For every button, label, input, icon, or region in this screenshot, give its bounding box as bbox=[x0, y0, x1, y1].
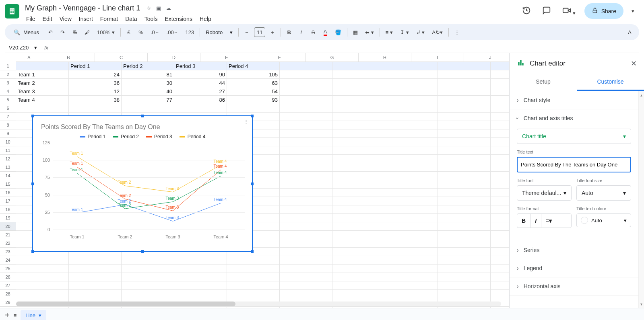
cell[interactable] bbox=[332, 239, 385, 248]
cell[interactable] bbox=[16, 265, 69, 273]
cell[interactable] bbox=[280, 146, 332, 155]
cell[interactable]: 38 bbox=[69, 96, 122, 104]
col-b[interactable]: B bbox=[42, 53, 95, 62]
cell[interactable] bbox=[332, 256, 385, 265]
section-chart-style[interactable]: ›Chart style bbox=[510, 91, 638, 109]
col-j[interactable]: J bbox=[464, 53, 509, 62]
row-header[interactable]: 13 bbox=[0, 163, 16, 172]
cell[interactable]: Team 1 bbox=[16, 70, 69, 79]
cell[interactable] bbox=[332, 273, 385, 281]
cell[interactable] bbox=[332, 155, 385, 163]
cell[interactable]: 63 bbox=[227, 79, 280, 87]
row-header[interactable]: 16 bbox=[0, 189, 16, 197]
menu-view[interactable]: View bbox=[57, 14, 74, 24]
cell[interactable] bbox=[332, 113, 385, 121]
cell[interactable] bbox=[122, 290, 174, 298]
cell[interactable] bbox=[280, 248, 332, 256]
col-i[interactable]: I bbox=[411, 53, 464, 62]
cell[interactable] bbox=[385, 62, 438, 70]
cell[interactable] bbox=[385, 307, 438, 308]
cell[interactable] bbox=[280, 214, 332, 222]
cell[interactable] bbox=[332, 307, 385, 308]
cell[interactable] bbox=[332, 96, 385, 104]
undo-button[interactable]: ↶ bbox=[45, 27, 56, 38]
cell[interactable] bbox=[69, 273, 122, 281]
column-headers[interactable]: A B C D E F G H I J K bbox=[16, 53, 509, 62]
cell[interactable] bbox=[491, 70, 509, 79]
row-header[interactable]: 23 bbox=[0, 248, 16, 256]
cell[interactable] bbox=[385, 70, 438, 79]
cell[interactable] bbox=[122, 104, 174, 113]
cell[interactable]: 27 bbox=[174, 87, 227, 96]
cell[interactable] bbox=[385, 281, 438, 290]
section-horizontal-axis[interactable]: ›Horizontal axis bbox=[510, 277, 638, 295]
row-header[interactable]: 3 bbox=[0, 79, 16, 87]
cell[interactable] bbox=[491, 256, 509, 265]
cell[interactable] bbox=[69, 265, 122, 273]
cell[interactable] bbox=[280, 163, 332, 172]
cell[interactable] bbox=[280, 281, 332, 290]
row-header[interactable]: 18 bbox=[0, 205, 16, 214]
col-e[interactable]: E bbox=[200, 53, 253, 62]
share-button[interactable]: Share bbox=[584, 3, 623, 19]
cell[interactable]: 30 bbox=[122, 79, 174, 87]
cell[interactable] bbox=[332, 231, 385, 239]
cell[interactable]: 90 bbox=[174, 70, 227, 79]
cell[interactable] bbox=[332, 197, 385, 205]
cell[interactable] bbox=[16, 273, 69, 281]
cell[interactable] bbox=[491, 214, 509, 222]
horizontal-scrollbar[interactable] bbox=[16, 302, 501, 306]
redo-button[interactable]: ↷ bbox=[57, 27, 68, 38]
cell[interactable] bbox=[491, 129, 509, 138]
row-header[interactable]: 14 bbox=[0, 172, 16, 180]
cell[interactable] bbox=[385, 121, 438, 129]
col-c[interactable]: C bbox=[95, 53, 148, 62]
row-header[interactable]: 27 bbox=[0, 281, 16, 290]
row-header[interactable]: 25 bbox=[0, 265, 16, 273]
cell[interactable] bbox=[491, 79, 509, 87]
row-header[interactable]: 21 bbox=[0, 231, 16, 239]
cell[interactable] bbox=[491, 104, 509, 113]
title-align-button[interactable]: ≡▾ bbox=[541, 214, 556, 228]
cell[interactable] bbox=[438, 273, 491, 281]
close-icon[interactable]: ✕ bbox=[631, 59, 637, 68]
row-header[interactable]: 1 bbox=[0, 62, 16, 70]
cell[interactable] bbox=[385, 239, 438, 248]
cell[interactable] bbox=[438, 138, 491, 146]
chart-menu-icon[interactable]: ⋮ bbox=[244, 119, 249, 125]
cell[interactable] bbox=[16, 307, 69, 308]
cell[interactable] bbox=[438, 214, 491, 222]
menu-format[interactable]: Format bbox=[97, 14, 121, 24]
cell[interactable] bbox=[227, 265, 280, 273]
cell[interactable] bbox=[438, 172, 491, 180]
cell[interactable] bbox=[280, 197, 332, 205]
cell[interactable] bbox=[491, 265, 509, 273]
section-chart-axis-titles[interactable]: ›Chart and axis titles bbox=[510, 109, 638, 127]
cell[interactable] bbox=[385, 197, 438, 205]
menu-file[interactable]: File bbox=[23, 14, 38, 24]
cell[interactable] bbox=[491, 146, 509, 155]
cell[interactable] bbox=[69, 104, 122, 113]
title-type-select[interactable]: Chart title▾ bbox=[517, 129, 631, 144]
cell[interactable] bbox=[122, 273, 174, 281]
cell[interactable] bbox=[438, 87, 491, 96]
cell[interactable] bbox=[122, 281, 174, 290]
tab-customise[interactable]: Customise bbox=[577, 74, 644, 91]
spreadsheet-grid[interactable]: A B C D E F G H I J K 1Period 1Period 2P… bbox=[0, 53, 509, 308]
cell[interactable]: Team 2 bbox=[16, 79, 69, 87]
row-header[interactable]: 11 bbox=[0, 146, 16, 155]
cell[interactable] bbox=[491, 205, 509, 214]
cell[interactable]: 24 bbox=[69, 70, 122, 79]
decrease-font-button[interactable]: − bbox=[241, 27, 252, 38]
rotate-button[interactable]: A↻▾ bbox=[429, 27, 446, 38]
print-button[interactable]: 🖶 bbox=[69, 27, 80, 38]
cell[interactable] bbox=[174, 273, 227, 281]
strikethrough-button[interactable]: S bbox=[308, 27, 319, 38]
cell[interactable] bbox=[491, 290, 509, 298]
collapse-toolbar-icon[interactable]: ᐱ bbox=[624, 27, 635, 38]
cell[interactable] bbox=[385, 138, 438, 146]
cell[interactable] bbox=[385, 146, 438, 155]
section-legend[interactable]: ›Legend bbox=[510, 259, 638, 277]
valign-button[interactable]: ↧ ▾ bbox=[397, 27, 412, 38]
sheets-logo-icon[interactable] bbox=[5, 4, 19, 18]
